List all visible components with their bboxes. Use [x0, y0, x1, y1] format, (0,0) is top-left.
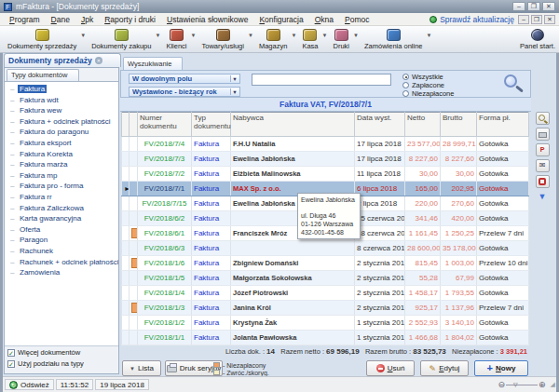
refresh-button[interactable]: ↻ Odśwież [5, 379, 54, 390]
menu-item-program[interactable]: Program [4, 15, 46, 24]
chevron-down-icon[interactable]: ▼ [353, 33, 359, 38]
checkbox-icon[interactable]: ✓ [7, 349, 15, 357]
resize-grip[interactable]: ◢ [551, 381, 554, 388]
sidebar-item-paragon[interactable]: Paragon [18, 236, 49, 244]
sidebar-item-faktura-marża[interactable]: Faktura marża [18, 160, 70, 169]
radio-zapłacone[interactable]: Zapłacone [402, 81, 454, 89]
toolbar-button-magazyn[interactable]: Magazyn▼ [255, 28, 291, 50]
edytuj-button[interactable]: ✎ Edytuj [420, 360, 469, 376]
checkbox-użyj-podziału-na-typy[interactable]: ✓Użyj podziału na typy [7, 359, 116, 368]
tab-close-icon[interactable]: ✕ [95, 57, 102, 64]
search-period-dropdown[interactable]: Wystawione - bieżący rok ▼ [129, 87, 240, 97]
table-row-fv-2018-1-5[interactable]: FV/2018/1/5FakturaMałgorzata Sokołowska2… [122, 271, 529, 286]
sidebar-item-faktura-odcinek-płatności[interactable]: Faktura + odcinek płatności [18, 117, 113, 126]
toolbar-button-dokumenty-sprzedaży[interactable]: Dokumenty sprzedaży▼ [4, 28, 80, 50]
column-header-numer-dokumentu[interactable]: Numer dokumentu [138, 113, 192, 137]
menu-item-pomoc[interactable]: Pomoc [339, 15, 375, 24]
nowy-button[interactable]: + Nowy [474, 360, 528, 376]
sidebar-item-rachunek-odcinek-płatności[interactable]: Rachunek + odcinek płatności [18, 258, 118, 266]
radio-wszystkie[interactable]: Wszystkie [402, 73, 454, 81]
radio-icon[interactable] [402, 82, 409, 88]
menu-item-raporty-i-druki[interactable]: Raporty i druki [99, 15, 161, 24]
pdf-export-button[interactable]: P [536, 143, 550, 156]
column-header-brutto[interactable]: Brutto [441, 113, 477, 137]
search-icon[interactable] [504, 74, 517, 88]
chevron-down-icon[interactable]: ▼ [248, 33, 253, 38]
sidebar-item-faktura-rr[interactable]: Faktura rr [18, 193, 54, 201]
usun-button[interactable]: Usuń [366, 360, 415, 376]
chevron-down-icon[interactable]: ▼ [80, 33, 86, 38]
sidebar-item-faktura-pro-forma[interactable]: Faktura pro - forma [18, 182, 85, 190]
toolbar-button-druki[interactable]: Druki▼ [329, 28, 353, 50]
tab-typy-dokumentow[interactable]: Typy dokumentów [7, 69, 79, 81]
check-updates-link[interactable]: Sprawdź aktualizację [429, 15, 514, 24]
menu-item-jpk[interactable]: Jpk [75, 15, 99, 24]
sidebar-item-faktura-eksport[interactable]: Faktura eksport [18, 139, 74, 147]
chevron-down-icon[interactable]: ▼ [191, 33, 197, 38]
table-row-fv-2018-1-4[interactable]: FV/2018/1/4FakturaJózef Piotrowski2 styc… [122, 286, 529, 301]
menu-item-dane[interactable]: Dane [46, 15, 75, 24]
chevron-down-icon[interactable]: ▼ [230, 88, 239, 95]
table-row-fv-2018-7-3[interactable]: FV/2018/7/3FakturaEwelina Jabłońska17 li… [122, 152, 529, 167]
checkbox-icon[interactable]: ✓ [7, 360, 15, 368]
minimize-button[interactable]: – [512, 2, 525, 11]
tab-dokumenty-sprzedazy[interactable]: Dokumenty sprzedaży ✕ [4, 53, 121, 67]
chevron-down-icon[interactable]: ▼ [291, 33, 296, 38]
sidebar-item-faktura-mp[interactable]: Faktura mp [18, 171, 59, 180]
menu-item-okna[interactable]: Okna [309, 15, 339, 24]
sidebar-item-faktura-do-paragonu[interactable]: Faktura do paragonu [18, 128, 90, 136]
maximize-button[interactable]: ❐ [527, 2, 540, 11]
sidebar-item-faktura-zaliczkowa[interactable]: Faktura Zaliczkowa [18, 204, 86, 212]
search-field-dropdown[interactable]: W dowolnym polu ▼ [129, 74, 240, 84]
sidebar-item-oferta[interactable]: Oferta [18, 225, 42, 234]
email-button[interactable]: ✉ [536, 159, 550, 172]
column-header-nabywca[interactable]: Nabywca [231, 113, 355, 137]
tab-wyszukiwanie[interactable]: Wyszukiwanie [123, 57, 183, 70]
toolbar-button-dokumenty-zakupu[interactable]: Dokumenty zakupu▼ [88, 28, 155, 50]
column-header-netto[interactable]: Netto [405, 113, 441, 137]
chevron-down-icon[interactable]: ▼ [427, 33, 432, 38]
table-row-fv-2018-1-1[interactable]: FV/2018/1/1FakturaJolanta Pawłowska1 sty… [122, 331, 529, 345]
table-row-fv-2018-1-2[interactable]: FV/2018/1/2FakturaKrystyna Żak1 stycznia… [122, 316, 529, 331]
column-header-forma-pł[interactable]: Forma pł. [477, 113, 529, 137]
column-header-data-wyst[interactable]: Data wyst. [355, 113, 405, 137]
column-header-typ-dokumentu[interactable]: Typ dokumentu [192, 113, 231, 137]
chevron-down-icon[interactable]: ▼ [155, 33, 160, 38]
toolbar-button-zamówienia-online[interactable]: Zamówienia online▼ [361, 28, 427, 50]
lista-button[interactable]: ▼ Lista [122, 360, 161, 376]
radio-niezapłacone[interactable]: Niezapłacone [402, 89, 454, 98]
search-input[interactable] [252, 74, 391, 86]
panel-start-button[interactable]: Panel start. [520, 28, 555, 50]
table-row-fv-2018-7-2[interactable]: FV/2018/7/2FakturaElżbieta Malinowska11 … [122, 167, 529, 182]
toolbar-button-kasa[interactable]: Kasa▼ [298, 28, 321, 50]
download-button[interactable]: ▼ [536, 191, 550, 204]
toolbar-button-towary-usługi[interactable]: Towary/usługi▼ [198, 28, 248, 50]
sidebar-item-faktura-korekta[interactable]: Faktura Korekta [18, 150, 75, 158]
sidebar-item-faktura[interactable]: Faktura [18, 85, 47, 93]
print-button[interactable] [536, 128, 550, 141]
toolbar-button-klienci[interactable]: Klienci▼ [162, 28, 190, 50]
close-button[interactable]: ✕ [542, 2, 555, 11]
chevron-down-icon[interactable]: ▼ [322, 33, 328, 38]
mdi-restore-button[interactable]: ❐ [531, 15, 542, 24]
table-row-fv-2018-7-4[interactable]: FV/2018/7/4FakturaF.H.U Natalia17 lipca … [122, 137, 529, 152]
radio-icon[interactable] [402, 74, 409, 80]
menu-item-ustawienia-słownikowe[interactable]: Ustawienia słownikowe [161, 15, 253, 24]
sidebar-item-karta-gwarancyjna[interactable]: Karta gwarancyjna [18, 214, 83, 223]
table-row-fv-2018-1-6[interactable]: FV/2018/1/6FakturaZbigniew Domański2 sty… [122, 256, 529, 271]
chevron-down-icon[interactable]: ▼ [230, 75, 239, 82]
menu-item-konfiguracja[interactable]: Konfiguracja [253, 15, 308, 24]
sidebar-item-faktura-wew[interactable]: Faktura wew [18, 106, 63, 115]
table-row-fv-2018-1-3[interactable]: FV/2018/1/3FakturaJanina Król2 stycznia … [122, 301, 529, 316]
preview-button[interactable] [536, 112, 550, 125]
zoom-in-icon[interactable]: ⊕ [539, 380, 546, 389]
stamp-button[interactable] [536, 175, 550, 188]
table-row-fv-2018-6-3[interactable]: FV/2018/6/3Faktura8 czerwca 201828 600,0… [122, 241, 529, 256]
mdi-minimize-button[interactable]: – [518, 15, 529, 24]
radio-icon[interactable] [402, 90, 409, 97]
zoom-slider[interactable]: ▽ [506, 385, 538, 385]
sidebar-item-zamówienia[interactable]: Zamówienia [18, 268, 61, 277]
sidebar-item-rachunek[interactable]: Rachunek [18, 247, 55, 255]
mdi-close-button[interactable]: ✕ [544, 15, 555, 24]
zoom-out-icon[interactable]: ⊖ [498, 380, 506, 389]
